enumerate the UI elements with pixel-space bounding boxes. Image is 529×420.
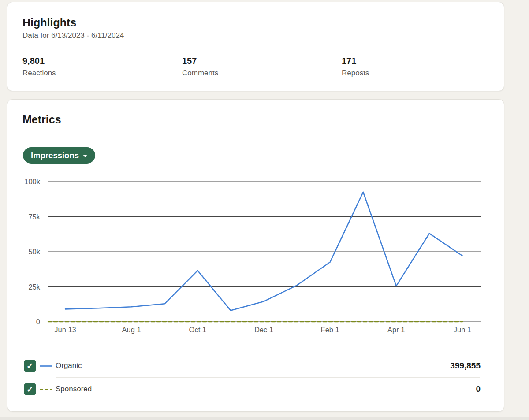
legend-row-organic: ✓ Organic 399,855 (7, 354, 504, 377)
legend-value-sponsored: 0 (476, 384, 481, 394)
stat-value: 9,801 (22, 56, 182, 66)
stat-reactions: 9,801 Reactions (22, 56, 182, 78)
svg-text:100k: 100k (24, 178, 41, 186)
svg-text:Feb 1: Feb 1 (321, 326, 339, 334)
svg-text:25k: 25k (28, 283, 40, 291)
sponsored-dashed-swatch-icon (40, 388, 52, 390)
metrics-card: Metrics Impressions 100k75k50k25k0Jun 13… (7, 99, 504, 412)
chevron-down-icon (83, 155, 87, 157)
svg-text:Oct 1: Oct 1 (189, 326, 206, 334)
stat-value: 157 (182, 56, 342, 66)
svg-text:Dec 1: Dec 1 (254, 326, 273, 334)
svg-text:50k: 50k (28, 248, 40, 256)
stat-value: 171 (342, 56, 501, 66)
page: Highlights Data for 6/13/2023 - 6/11/202… (0, 0, 529, 420)
highlights-date-range: Data for 6/13/2023 - 6/11/2024 (22, 31, 124, 40)
legend-row-sponsored: ✓ Sponsored 0 (7, 378, 504, 401)
stats-row: 9,801 Reactions 157 Comments 171 Reposts (22, 56, 495, 78)
checkmark-icon: ✓ (26, 384, 34, 394)
metric-dropdown-label: Impressions (31, 151, 79, 160)
stat-label: Comments (182, 69, 342, 78)
impressions-line-chart: 100k75k50k25k0Jun 13Aug 1Oct 1Dec 1Feb 1… (18, 176, 492, 337)
legend-label-sponsored: Sponsored (56, 385, 92, 394)
stat-reposts: 171 Reposts (342, 56, 501, 78)
organic-line-swatch-icon (40, 365, 52, 367)
svg-text:Apr 1: Apr 1 (387, 326, 405, 334)
svg-text:Aug 1: Aug 1 (122, 326, 141, 334)
svg-text:Jun 1: Jun 1 (454, 326, 471, 334)
sponsored-checkbox[interactable]: ✓ (24, 383, 36, 395)
highlights-title: Highlights (22, 17, 76, 29)
stat-label: Reactions (22, 69, 182, 78)
highlights-card: Highlights Data for 6/13/2023 - 6/11/202… (7, 2, 504, 91)
stat-comments: 157 Comments (182, 56, 342, 78)
bottom-edge-strip (0, 417, 529, 420)
checkmark-icon: ✓ (26, 361, 34, 371)
svg-text:Jun 13: Jun 13 (54, 326, 76, 334)
metrics-title: Metrics (22, 114, 61, 126)
stat-label: Reposts (342, 69, 501, 78)
chart-legend: ✓ Organic 399,855 ✓ Sponsored 0 (7, 354, 504, 401)
organic-checkbox[interactable]: ✓ (24, 360, 36, 372)
legend-label-organic: Organic (56, 361, 82, 370)
svg-text:75k: 75k (28, 213, 40, 221)
metric-dropdown-button[interactable]: Impressions (23, 147, 95, 164)
svg-text:0: 0 (36, 318, 40, 326)
legend-value-organic: 399,855 (450, 361, 481, 371)
